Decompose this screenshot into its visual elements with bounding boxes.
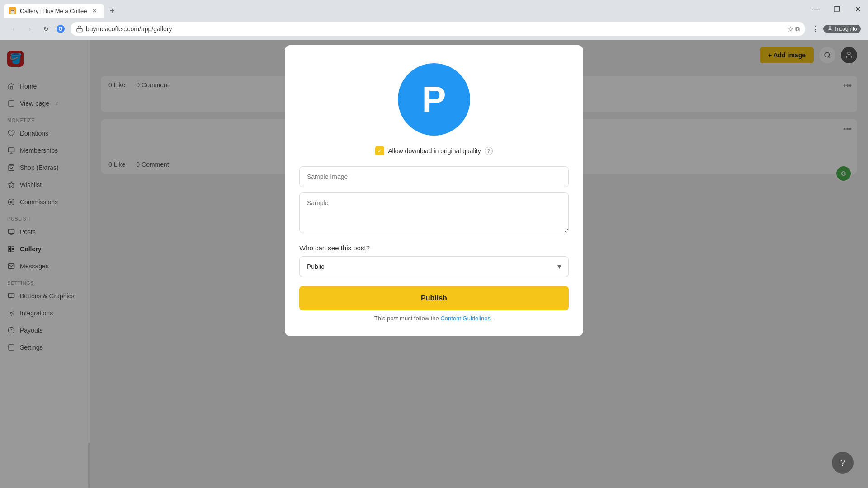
tab-favicon: ☕ bbox=[9, 7, 16, 14]
help-fab-button[interactable]: ? bbox=[832, 452, 854, 474]
allow-download-checkbox[interactable]: ✓ bbox=[375, 146, 384, 155]
tab-bar: ☕ Gallery | Buy Me a Coffee ✕ + — ❐ ✕ bbox=[0, 0, 868, 18]
allow-download-help-icon[interactable]: ? bbox=[485, 147, 493, 155]
tab-title: Gallery | Buy Me a Coffee bbox=[20, 8, 87, 14]
url-text: buymeacoffee.com/app/gallery bbox=[86, 25, 784, 33]
visibility-section: Who can see this post? Public Members on… bbox=[299, 244, 569, 277]
content-suffix: . bbox=[492, 315, 494, 322]
content-guidelines-link[interactable]: Content Guidelines bbox=[440, 315, 491, 322]
tab-close-button[interactable]: ✕ bbox=[90, 7, 99, 15]
image-description-input[interactable] bbox=[299, 192, 569, 233]
incognito-badge: Incognito bbox=[823, 25, 861, 33]
modal-logo: P bbox=[299, 63, 569, 136]
lock-icon bbox=[76, 25, 83, 33]
allow-download-label: Allow download in original quality bbox=[388, 147, 481, 155]
window-controls: — ❐ ✕ bbox=[806, 0, 868, 18]
modal-overlay[interactable]: P ✓ Allow download in original quality ?… bbox=[0, 0, 868, 488]
address-bar: ‹ › ↻ G buymeacoffee.com/app/gallery ☆ ⧉… bbox=[0, 18, 868, 40]
svg-text:G: G bbox=[58, 26, 62, 32]
modal-logo-letter: P bbox=[422, 81, 446, 117]
forward-button[interactable]: › bbox=[24, 23, 36, 35]
refresh-button[interactable]: ↻ bbox=[40, 23, 52, 35]
maximize-button[interactable]: ❐ bbox=[826, 0, 847, 18]
extensions-icon[interactable]: ⧉ bbox=[795, 25, 800, 33]
browser-extras: ⋮ Incognito bbox=[809, 23, 861, 35]
back-button[interactable]: ‹ bbox=[7, 23, 20, 35]
image-title-input[interactable] bbox=[299, 166, 569, 187]
help-icon: ? bbox=[840, 458, 845, 468]
new-tab-button[interactable]: + bbox=[106, 5, 118, 17]
close-window-button[interactable]: ✕ bbox=[847, 0, 868, 18]
address-input[interactable]: buymeacoffee.com/app/gallery ☆ ⧉ bbox=[71, 22, 805, 36]
svg-point-3 bbox=[829, 27, 831, 29]
content-guidelines-note: This post must follow the Content Guidel… bbox=[299, 315, 569, 322]
content-note-text: This post must follow the bbox=[374, 315, 439, 322]
upload-modal: P ✓ Allow download in original quality ?… bbox=[285, 45, 583, 336]
google-apps-icon: G bbox=[56, 24, 65, 33]
visibility-select-wrapper: Public Members only Supporters only ▼ bbox=[299, 256, 569, 277]
incognito-label: Incognito bbox=[835, 26, 857, 32]
app-layout: 🪣 Home View page ↗ MONETIZ bbox=[0, 40, 868, 488]
active-tab[interactable]: ☕ Gallery | Buy Me a Coffee ✕ bbox=[4, 4, 104, 18]
allow-download-row: ✓ Allow download in original quality ? bbox=[299, 146, 569, 155]
modal-logo-circle: P bbox=[398, 63, 470, 136]
incognito-icon bbox=[827, 26, 833, 32]
bookmark-icon[interactable]: ☆ bbox=[787, 25, 793, 33]
publish-button[interactable]: Publish bbox=[299, 286, 569, 310]
svg-rect-2 bbox=[77, 28, 82, 32]
visibility-select[interactable]: Public Members only Supporters only bbox=[299, 256, 569, 277]
visibility-label: Who can see this post? bbox=[299, 244, 569, 252]
menu-button[interactable]: ⋮ bbox=[809, 23, 821, 35]
address-bar-icons: ☆ ⧉ bbox=[787, 25, 800, 33]
minimize-button[interactable]: — bbox=[806, 0, 826, 18]
